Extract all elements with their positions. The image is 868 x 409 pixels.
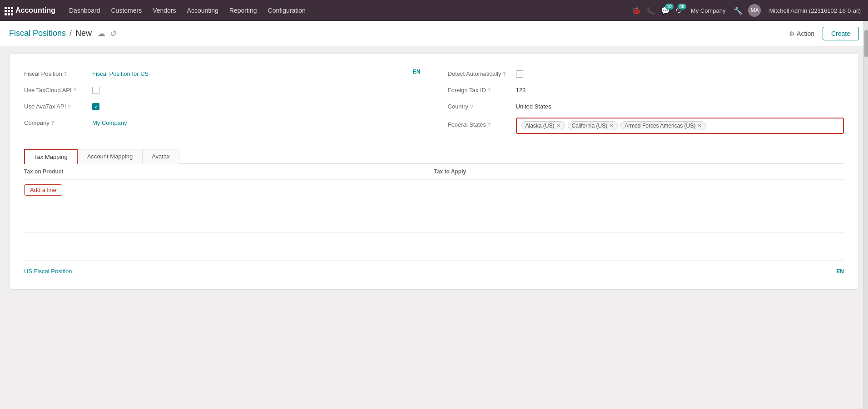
foreign-tax-id-label: Foreign Tax ID ? <box>448 85 511 94</box>
breadcrumb-bar: Fiscal Positions / New ☁ ↺ ⚙ Action Crea… <box>0 21 868 46</box>
chat-badge: 10 <box>665 4 674 10</box>
breadcrumb-fiscal-positions[interactable]: Fiscal Positions <box>9 29 66 38</box>
action-label: Action <box>797 30 814 37</box>
breadcrumb-separator: / <box>69 29 72 38</box>
fiscal-position-label: Fiscal Position ? <box>24 69 88 77</box>
scrollbar[interactable] <box>863 21 868 409</box>
company-label: Company ? <box>24 118 88 126</box>
detect-auto-label: Detect Automatically ? <box>448 69 511 77</box>
federal-states-help[interactable]: ? <box>488 122 491 128</box>
tab-avatax[interactable]: Avatax <box>142 149 179 164</box>
tabs-row: Tax Mapping Account Mapping Avatax <box>24 148 844 164</box>
detect-auto-help[interactable]: ? <box>503 71 506 77</box>
footer-label: US Fiscal Position <box>24 268 72 275</box>
clock-icon[interactable]: ⏱ 48 <box>675 6 683 15</box>
country-value: United States <box>516 101 844 110</box>
state-tag-armed-forces[interactable]: Armed Forces Americas (US) ✕ <box>620 121 706 130</box>
footer-section: US Fiscal Position EN <box>24 260 844 278</box>
avatax-checkbox[interactable]: ✓ <box>92 103 99 110</box>
tab-account-mapping[interactable]: Account Mapping <box>78 149 142 164</box>
phone-icon[interactable]: 📞 <box>646 6 655 15</box>
reset-icon[interactable]: ↺ <box>110 29 117 39</box>
remove-california[interactable]: ✕ <box>609 123 614 129</box>
company-name[interactable]: My Company <box>691 7 726 14</box>
foreign-tax-id-value: 123 <box>516 85 844 94</box>
company-help[interactable]: ? <box>51 120 54 126</box>
foreign-tax-id-row: Foreign Tax ID ? 123 <box>448 81 844 98</box>
avatax-label: Use AvaTax API ? <box>24 101 88 110</box>
company-row: Company ? My Company <box>24 114 421 130</box>
form-card: Fiscal Position ? Fiscal Position for US… <box>9 54 859 290</box>
detect-auto-checkbox[interactable] <box>516 70 523 78</box>
taxcloud-checkbox[interactable] <box>92 87 99 94</box>
nav-dashboard[interactable]: Dashboard <box>64 5 105 16</box>
chat-icon[interactable]: 💬 10 <box>661 6 670 15</box>
grid-icon <box>5 7 12 14</box>
taxcloud-label: Use TaxCloud API ? <box>24 85 88 94</box>
col-tax-to-apply: Tax to Apply <box>434 168 844 175</box>
nav-vendors[interactable]: Vendors <box>148 5 180 16</box>
tab-tax-mapping[interactable]: Tax Mapping <box>24 149 78 164</box>
federal-states-row: Federal States ? Alaska (US) ✕ Californi… <box>448 114 844 138</box>
app-logo[interactable]: Accounting <box>5 6 60 15</box>
country-label: Country ? <box>448 101 511 110</box>
main-content: Fiscal Position ? Fiscal Position for US… <box>0 54 868 409</box>
divider-2 <box>24 232 844 233</box>
col-tax-on-product: Tax on Product <box>24 168 434 175</box>
avatax-row: Use AvaTax API ? ✓ <box>24 98 421 114</box>
country-help[interactable]: ? <box>470 104 473 109</box>
federal-states-field[interactable]: Alaska (US) ✕ California (US) ✕ Armed Fo… <box>516 118 844 134</box>
gear-icon: ⚙ <box>789 30 795 37</box>
foreign-tax-id-help[interactable]: ? <box>488 88 491 93</box>
clock-badge: 48 <box>678 4 686 10</box>
save-cloud-icon[interactable]: ☁ <box>97 29 105 39</box>
remove-alaska[interactable]: ✕ <box>556 123 561 129</box>
taxcloud-row: Use TaxCloud API ? <box>24 81 421 98</box>
fiscal-position-value[interactable]: Fiscal Position for US <box>92 69 405 77</box>
table-header: Tax on Product Tax to Apply <box>24 164 844 180</box>
footer-lang[interactable]: EN <box>836 268 844 275</box>
user-name[interactable]: Mitchell Admin (22316102-16-0-all) <box>769 7 861 14</box>
fiscal-position-help[interactable]: ? <box>64 71 67 77</box>
state-tag-california[interactable]: California (US) ✕ <box>568 121 618 130</box>
avatax-help[interactable]: ? <box>68 104 70 109</box>
federal-states-label: Federal States ? <box>448 118 511 128</box>
wrench-icon[interactable]: 🔧 <box>734 6 743 15</box>
create-button[interactable]: Create <box>823 27 859 40</box>
scrollbar-thumb[interactable] <box>864 30 868 57</box>
user-avatar[interactable]: MA <box>748 4 761 17</box>
country-row: Country ? United States <box>448 98 844 114</box>
company-value[interactable]: My Company <box>92 118 421 126</box>
remove-armed-forces[interactable]: ✕ <box>697 123 702 129</box>
top-navigation: Accounting Dashboard Customers Vendors A… <box>0 0 868 21</box>
state-tag-alaska[interactable]: Alaska (US) ✕ <box>521 121 565 130</box>
nav-configuration[interactable]: Configuration <box>263 5 310 16</box>
fiscal-position-row: Fiscal Position ? Fiscal Position for US… <box>24 65 421 81</box>
nav-reporting[interactable]: Reporting <box>225 5 262 16</box>
fiscal-position-lang[interactable]: EN <box>413 69 421 75</box>
detect-auto-row: Detect Automatically ? <box>448 65 844 81</box>
bug-icon[interactable]: 🐞 <box>632 6 641 15</box>
app-name[interactable]: Accounting <box>15 6 55 15</box>
add-line-button[interactable]: Add a line <box>24 184 62 196</box>
taxcloud-help[interactable]: ? <box>74 88 76 93</box>
nav-customers[interactable]: Customers <box>107 5 147 16</box>
action-button[interactable]: ⚙ Action <box>784 27 819 40</box>
form-grid: Fiscal Position ? Fiscal Position for US… <box>24 65 844 138</box>
breadcrumb-new: New <box>75 29 92 38</box>
nav-accounting[interactable]: Accounting <box>183 5 223 16</box>
topnav-icons: 🐞 📞 💬 10 ⏱ 48 My Company 🔧 MA Mitchell A… <box>632 4 863 17</box>
